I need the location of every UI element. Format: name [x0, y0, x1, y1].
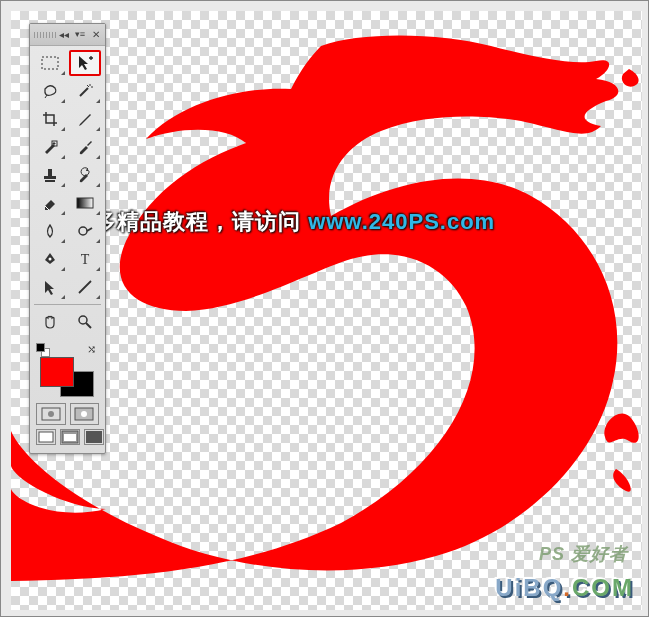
svg-rect-14: [39, 432, 53, 442]
panel-menu-button[interactable]: ▾≡: [73, 27, 87, 41]
hand-icon: [41, 313, 59, 331]
eyedropper-tool[interactable]: [69, 106, 101, 132]
svg-point-7: [49, 258, 52, 261]
hand-tool[interactable]: [34, 309, 66, 335]
watermark-ps: PS 爱好者: [539, 542, 628, 566]
stamp-icon: [41, 166, 59, 184]
screen-mode-fullmenu[interactable]: [60, 429, 80, 445]
tool-grid: T: [30, 46, 105, 339]
clone-stamp-tool[interactable]: [34, 162, 66, 188]
wand-icon: [76, 82, 94, 100]
dodge-icon: [76, 222, 94, 240]
healing-icon: [41, 138, 59, 156]
eraser-tool[interactable]: [34, 190, 66, 216]
panel-close-button[interactable]: ✕: [89, 27, 103, 41]
svg-rect-16: [64, 434, 76, 441]
type-tool[interactable]: T: [69, 246, 101, 272]
foreground-color-swatch[interactable]: [40, 357, 74, 387]
gradient-tool[interactable]: [69, 190, 101, 216]
healing-brush-tool[interactable]: [34, 134, 66, 160]
svg-rect-3: [44, 176, 56, 179]
svg-rect-17: [86, 431, 102, 443]
tutorial-overlay-text: 更多精品教程，请访问 www.240PS.com: [71, 207, 495, 237]
gradient-icon: [76, 196, 94, 210]
quickmask-icon: [73, 406, 95, 422]
eyedropper-icon: [76, 110, 94, 128]
dodge-tool[interactable]: [69, 218, 101, 244]
svg-rect-5: [77, 198, 93, 208]
svg-point-13: [81, 411, 87, 417]
marquee-tool[interactable]: [34, 50, 66, 76]
lasso-icon: [41, 83, 59, 99]
svg-point-6: [79, 227, 87, 235]
screen-mode-row: [30, 427, 105, 453]
svg-rect-2: [48, 169, 52, 176]
svg-point-9: [79, 316, 87, 324]
screen-standard-icon: [37, 430, 55, 444]
path-arrow-icon: [41, 278, 59, 296]
screen-mode-standard[interactable]: [36, 429, 56, 445]
overlay-url: www.240PS.com: [308, 209, 495, 234]
move-icon: [76, 54, 94, 72]
move-tool[interactable]: [69, 50, 101, 76]
line-icon: [76, 278, 94, 296]
tools-panel-header[interactable]: ◂◂ ▾≡ ✕: [30, 24, 105, 46]
magic-wand-tool[interactable]: [69, 78, 101, 104]
screen-mode-full[interactable]: [84, 429, 104, 445]
svg-rect-0: [42, 57, 58, 69]
blur-icon: [41, 222, 59, 240]
crop-tool[interactable]: [34, 106, 66, 132]
line-tool[interactable]: [69, 274, 101, 300]
blur-tool[interactable]: [34, 218, 66, 244]
swap-colors-button[interactable]: ⤭: [87, 343, 96, 356]
panel-grip-icon: [34, 32, 58, 38]
eraser-icon: [41, 194, 59, 212]
overlay-prefix: 更多精品教程，请访问: [71, 209, 308, 234]
standard-mode-icon: [40, 406, 62, 422]
app-frame: 更多精品教程，请访问 www.240PS.com PS 爱好者 UiBQ.COM…: [0, 0, 649, 617]
crop-icon: [41, 110, 59, 128]
zoom-icon: [76, 313, 94, 331]
pen-tool[interactable]: [34, 246, 66, 272]
svg-rect-4: [45, 180, 55, 182]
history-brush-icon: [76, 166, 94, 184]
type-icon: T: [76, 250, 94, 268]
pen-icon: [41, 250, 59, 268]
brush-icon: [76, 138, 94, 156]
zoom-tool[interactable]: [69, 309, 101, 335]
svg-text:T: T: [80, 252, 89, 267]
standard-mode-button[interactable]: [36, 403, 66, 425]
history-brush-tool[interactable]: [69, 162, 101, 188]
quickmask-mode-button[interactable]: [70, 403, 100, 425]
screen-fullmenu-icon: [61, 430, 79, 444]
lasso-tool[interactable]: [34, 78, 66, 104]
path-selection-tool[interactable]: [34, 274, 66, 300]
quickmask-row: [30, 399, 105, 427]
color-swatches[interactable]: ⤭: [34, 343, 102, 397]
default-colors-button[interactable]: [36, 343, 50, 357]
marquee-icon: [41, 56, 59, 70]
svg-point-11: [48, 411, 54, 417]
screen-full-icon: [85, 430, 103, 444]
tools-panel[interactable]: ◂◂ ▾≡ ✕: [29, 23, 106, 454]
panel-collapse-button[interactable]: ◂◂: [57, 27, 71, 41]
watermark-uibq: UiBQ.COM: [495, 574, 634, 602]
brush-tool[interactable]: [69, 134, 101, 160]
